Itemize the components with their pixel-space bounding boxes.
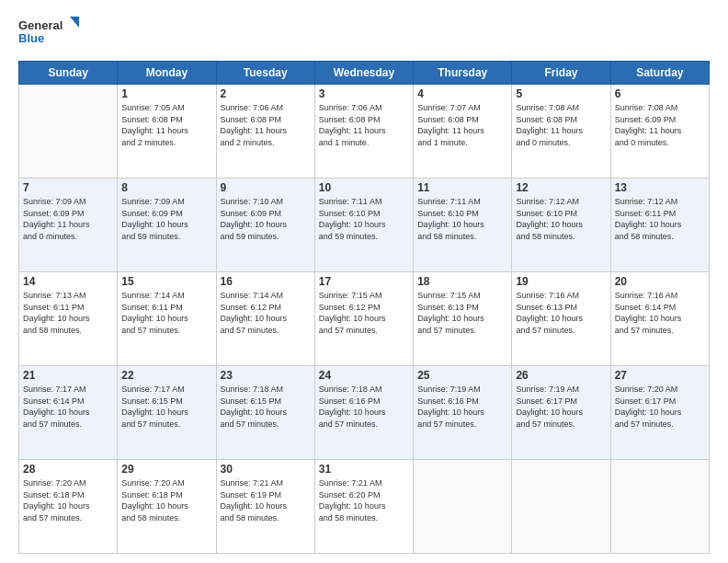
calendar-cell: 13Sunrise: 7:12 AM Sunset: 6:11 PM Dayli…: [610, 178, 709, 272]
day-number: 16: [221, 275, 311, 288]
svg-marker-2: [70, 17, 79, 28]
day-number: 4: [417, 87, 507, 100]
day-info: Sunrise: 7:06 AM Sunset: 6:08 PM Dayligh…: [319, 102, 409, 148]
day-number: 13: [615, 181, 705, 194]
day-info: Sunrise: 7:17 AM Sunset: 6:15 PM Dayligh…: [121, 384, 211, 430]
day-number: 17: [319, 275, 409, 288]
day-info: Sunrise: 7:11 AM Sunset: 6:10 PM Dayligh…: [319, 196, 409, 242]
day-info: Sunrise: 7:21 AM Sunset: 6:20 PM Dayligh…: [319, 477, 409, 523]
day-info: Sunrise: 7:10 AM Sunset: 6:09 PM Dayligh…: [221, 196, 311, 242]
calendar-week-5: 28Sunrise: 7:20 AM Sunset: 6:18 PM Dayli…: [19, 460, 710, 554]
day-number: 18: [417, 275, 507, 288]
calendar-cell: [19, 85, 118, 178]
day-info: Sunrise: 7:13 AM Sunset: 6:11 PM Dayligh…: [23, 290, 113, 336]
day-number: 1: [121, 87, 211, 100]
day-number: 22: [121, 369, 211, 382]
day-number: 28: [23, 463, 113, 476]
day-info: Sunrise: 7:14 AM Sunset: 6:12 PM Dayligh…: [221, 290, 311, 336]
calendar: SundayMondayTuesdayWednesdayThursdayFrid…: [18, 61, 710, 554]
day-number: 26: [516, 369, 606, 382]
day-number: 5: [516, 87, 606, 100]
day-number: 25: [417, 369, 507, 382]
day-info: Sunrise: 7:07 AM Sunset: 6:08 PM Dayligh…: [417, 102, 507, 148]
day-number: 9: [221, 181, 311, 194]
day-number: 2: [221, 87, 311, 100]
calendar-week-2: 7Sunrise: 7:09 AM Sunset: 6:09 PM Daylig…: [19, 178, 710, 272]
calendar-cell: 24Sunrise: 7:18 AM Sunset: 6:16 PM Dayli…: [314, 366, 413, 460]
calendar-cell: 22Sunrise: 7:17 AM Sunset: 6:15 PM Dayli…: [118, 366, 216, 460]
calendar-cell: 4Sunrise: 7:07 AM Sunset: 6:08 PM Daylig…: [414, 85, 512, 178]
calendar-cell: 9Sunrise: 7:10 AM Sunset: 6:09 PM Daylig…: [216, 178, 314, 272]
calendar-cell: [610, 460, 709, 554]
day-number: 30: [221, 463, 311, 476]
weekday-header-tuesday: Tuesday: [216, 62, 314, 85]
day-number: 21: [23, 369, 113, 382]
calendar-cell: 20Sunrise: 7:16 AM Sunset: 6:14 PM Dayli…: [610, 272, 709, 366]
logo: General Blue: [18, 15, 83, 53]
day-number: 14: [23, 275, 113, 288]
svg-text:Blue: Blue: [18, 31, 44, 45]
day-info: Sunrise: 7:12 AM Sunset: 6:11 PM Dayligh…: [615, 196, 705, 242]
calendar-cell: 16Sunrise: 7:14 AM Sunset: 6:12 PM Dayli…: [216, 272, 314, 366]
day-number: 31: [319, 463, 409, 476]
day-info: Sunrise: 7:16 AM Sunset: 6:13 PM Dayligh…: [516, 290, 606, 336]
calendar-cell: 28Sunrise: 7:20 AM Sunset: 6:18 PM Dayli…: [19, 460, 118, 554]
weekday-header-monday: Monday: [118, 62, 216, 85]
calendar-cell: 17Sunrise: 7:15 AM Sunset: 6:12 PM Dayli…: [314, 272, 413, 366]
calendar-cell: 31Sunrise: 7:21 AM Sunset: 6:20 PM Dayli…: [314, 460, 413, 554]
day-info: Sunrise: 7:15 AM Sunset: 6:13 PM Dayligh…: [417, 290, 507, 336]
calendar-cell: 23Sunrise: 7:18 AM Sunset: 6:15 PM Dayli…: [216, 366, 314, 460]
weekday-header-wednesday: Wednesday: [314, 62, 413, 85]
day-info: Sunrise: 7:19 AM Sunset: 6:17 PM Dayligh…: [516, 384, 606, 430]
day-number: 29: [121, 463, 211, 476]
page: General Blue SundayMondayTuesdayWednesda…: [0, 0, 728, 563]
day-info: Sunrise: 7:18 AM Sunset: 6:16 PM Dayligh…: [319, 384, 409, 430]
day-info: Sunrise: 7:18 AM Sunset: 6:15 PM Dayligh…: [221, 384, 311, 430]
day-info: Sunrise: 7:15 AM Sunset: 6:12 PM Dayligh…: [319, 290, 409, 336]
weekday-header-saturday: Saturday: [610, 62, 709, 85]
calendar-cell: 25Sunrise: 7:19 AM Sunset: 6:16 PM Dayli…: [414, 366, 512, 460]
calendar-cell: 14Sunrise: 7:13 AM Sunset: 6:11 PM Dayli…: [19, 272, 118, 366]
calendar-cell: 12Sunrise: 7:12 AM Sunset: 6:10 PM Dayli…: [512, 178, 610, 272]
day-number: 15: [121, 275, 211, 288]
day-info: Sunrise: 7:14 AM Sunset: 6:11 PM Dayligh…: [121, 290, 211, 336]
day-info: Sunrise: 7:12 AM Sunset: 6:10 PM Dayligh…: [516, 196, 606, 242]
header: General Blue: [18, 15, 710, 53]
day-info: Sunrise: 7:11 AM Sunset: 6:10 PM Dayligh…: [417, 196, 507, 242]
calendar-cell: 6Sunrise: 7:08 AM Sunset: 6:09 PM Daylig…: [610, 85, 709, 178]
calendar-week-3: 14Sunrise: 7:13 AM Sunset: 6:11 PM Dayli…: [19, 272, 710, 366]
weekday-header-friday: Friday: [512, 62, 610, 85]
day-number: 6: [615, 87, 705, 100]
day-info: Sunrise: 7:20 AM Sunset: 6:18 PM Dayligh…: [23, 477, 113, 523]
day-number: 23: [221, 369, 311, 382]
calendar-cell: 15Sunrise: 7:14 AM Sunset: 6:11 PM Dayli…: [118, 272, 216, 366]
calendar-week-4: 21Sunrise: 7:17 AM Sunset: 6:14 PM Dayli…: [19, 366, 710, 460]
day-info: Sunrise: 7:08 AM Sunset: 6:08 PM Dayligh…: [516, 102, 606, 148]
day-number: 11: [417, 181, 507, 194]
day-info: Sunrise: 7:06 AM Sunset: 6:08 PM Dayligh…: [221, 102, 311, 148]
calendar-cell: 5Sunrise: 7:08 AM Sunset: 6:08 PM Daylig…: [512, 85, 610, 178]
svg-text:General: General: [18, 18, 63, 32]
weekday-header-row: SundayMondayTuesdayWednesdayThursdayFrid…: [19, 62, 710, 85]
day-info: Sunrise: 7:09 AM Sunset: 6:09 PM Dayligh…: [23, 196, 113, 242]
calendar-cell: 21Sunrise: 7:17 AM Sunset: 6:14 PM Dayli…: [19, 366, 118, 460]
day-number: 12: [516, 181, 606, 194]
calendar-cell: 30Sunrise: 7:21 AM Sunset: 6:19 PM Dayli…: [216, 460, 314, 554]
calendar-cell: [512, 460, 610, 554]
day-number: 19: [516, 275, 606, 288]
day-info: Sunrise: 7:17 AM Sunset: 6:14 PM Dayligh…: [23, 384, 113, 430]
logo-svg: General Blue: [18, 15, 83, 53]
calendar-cell: 18Sunrise: 7:15 AM Sunset: 6:13 PM Dayli…: [414, 272, 512, 366]
day-number: 20: [615, 275, 705, 288]
day-info: Sunrise: 7:20 AM Sunset: 6:18 PM Dayligh…: [121, 477, 211, 523]
weekday-header-thursday: Thursday: [414, 62, 512, 85]
calendar-cell: 29Sunrise: 7:20 AM Sunset: 6:18 PM Dayli…: [118, 460, 216, 554]
calendar-cell: 7Sunrise: 7:09 AM Sunset: 6:09 PM Daylig…: [19, 178, 118, 272]
day-number: 10: [319, 181, 409, 194]
day-info: Sunrise: 7:20 AM Sunset: 6:17 PM Dayligh…: [615, 384, 705, 430]
day-info: Sunrise: 7:21 AM Sunset: 6:19 PM Dayligh…: [221, 477, 311, 523]
day-info: Sunrise: 7:19 AM Sunset: 6:16 PM Dayligh…: [417, 384, 507, 430]
day-number: 3: [319, 87, 409, 100]
day-info: Sunrise: 7:16 AM Sunset: 6:14 PM Dayligh…: [615, 290, 705, 336]
weekday-header-sunday: Sunday: [19, 62, 118, 85]
